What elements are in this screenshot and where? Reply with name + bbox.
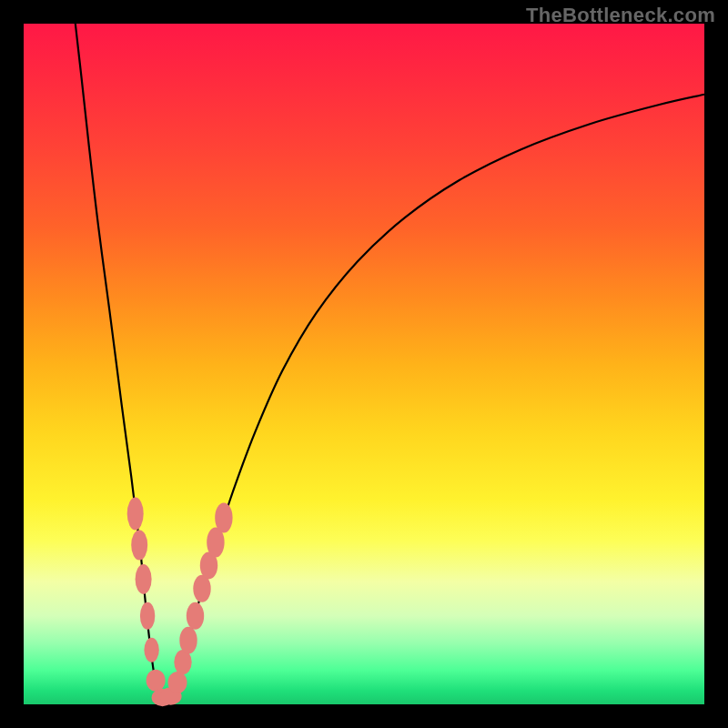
zone-markers: [127, 498, 233, 707]
zone-marker: [147, 670, 166, 692]
zone-marker: [140, 602, 155, 630]
watermark-text: TheBottleneck.com: [526, 4, 715, 27]
zone-marker: [136, 564, 152, 594]
bottleneck-curve: [76, 24, 704, 701]
zone-marker: [215, 503, 232, 533]
chart-frame: TheBottleneck.com: [0, 0, 728, 728]
zone-marker: [179, 627, 197, 654]
zone-marker: [131, 531, 147, 561]
zone-marker: [127, 498, 144, 531]
curve-layer: [24, 24, 704, 704]
zone-marker: [144, 638, 158, 662]
zone-marker: [187, 602, 204, 630]
plot-area: [24, 24, 704, 704]
zone-marker: [168, 672, 187, 693]
